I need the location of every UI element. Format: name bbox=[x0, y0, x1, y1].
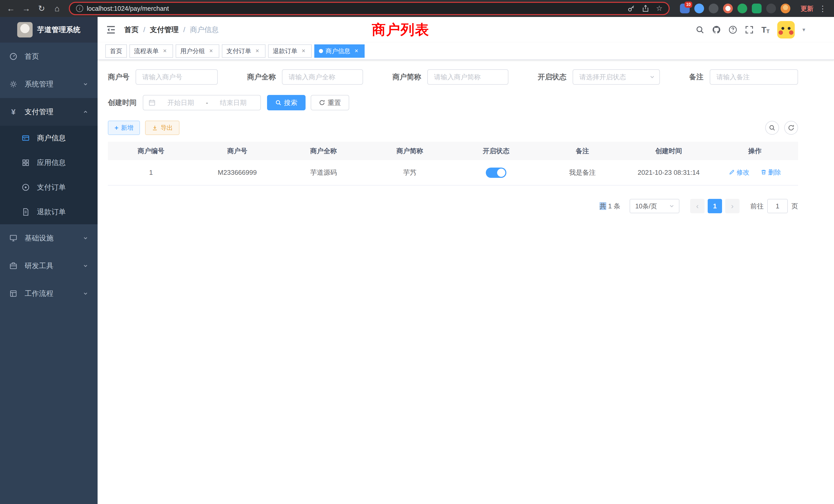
delete-button[interactable]: 删除 bbox=[761, 168, 781, 177]
prev-page-button[interactable]: ‹ bbox=[690, 199, 705, 213]
col-short-name: 商户简称 bbox=[367, 142, 453, 160]
extension-drop-icon[interactable] bbox=[694, 4, 704, 13]
page-number-button[interactable]: 1 bbox=[708, 199, 722, 213]
share-icon[interactable] bbox=[642, 5, 650, 12]
user-avatar[interactable] bbox=[777, 21, 795, 39]
browser-home-icon[interactable]: ⌂ bbox=[50, 2, 64, 15]
browser-reload-icon[interactable]: ↻ bbox=[35, 2, 48, 15]
page-content: 商户号 商户全称 商户简称 开启状态 请选择开启状态 bbox=[97, 60, 834, 504]
create-time-range-picker[interactable]: 开始日期 - 结束日期 bbox=[143, 95, 261, 110]
status-select[interactable]: 请选择开启状态 bbox=[573, 69, 660, 85]
sidebar-item-workflow[interactable]: 工作流程 bbox=[0, 280, 97, 307]
field-label: 商户号 bbox=[108, 72, 129, 82]
sidebar-item-pay-order[interactable]: 支付订单 bbox=[0, 175, 97, 200]
search-button[interactable]: 搜索 bbox=[267, 95, 306, 110]
tab-user-group[interactable]: 用户分组 × bbox=[176, 44, 219, 58]
select-placeholder: 请选择开启状态 bbox=[579, 73, 649, 82]
app-title: 芋道管理系统 bbox=[37, 25, 80, 35]
refresh-table-button[interactable] bbox=[784, 121, 798, 135]
search-form-row-1: 商户号 商户全称 商户简称 开启状态 请选择开启状态 bbox=[108, 69, 798, 85]
bookmark-star-icon[interactable]: ☆ bbox=[656, 5, 662, 12]
password-key-icon[interactable] bbox=[627, 5, 635, 12]
merchant-full-name-input[interactable] bbox=[282, 69, 363, 85]
browser-update-button[interactable]: 更新 bbox=[800, 4, 813, 13]
sidebar-item-merchant-info[interactable]: 商户信息 bbox=[0, 126, 97, 151]
close-icon[interactable]: × bbox=[300, 47, 307, 55]
sidebar-item-home[interactable]: 首页 bbox=[0, 43, 97, 70]
extension-green-icon[interactable] bbox=[738, 4, 747, 13]
extension-note-icon[interactable] bbox=[752, 4, 762, 13]
page-size-value: 10条/页 bbox=[635, 202, 668, 210]
page-unit-label: 页 bbox=[791, 202, 798, 211]
caret-down-icon[interactable]: ▾ bbox=[803, 26, 805, 33]
tab-refund-order[interactable]: 退款订单 × bbox=[268, 44, 312, 58]
trash-icon bbox=[761, 169, 767, 175]
sidebar-item-refund-order[interactable]: 退款订单 bbox=[0, 200, 97, 224]
calendar-icon bbox=[148, 99, 156, 106]
hamburger-icon[interactable] bbox=[106, 25, 116, 35]
search-form-row-2: 创建时间 开始日期 - 结束日期 搜索 重置 bbox=[108, 95, 798, 110]
help-icon[interactable] bbox=[728, 25, 737, 34]
breadcrumb-home[interactable]: 首页 bbox=[124, 25, 139, 35]
add-button[interactable]: + 新增 bbox=[108, 121, 140, 135]
browser-back-icon[interactable]: ← bbox=[4, 2, 18, 15]
tab-home[interactable]: 首页 bbox=[105, 44, 127, 58]
col-actions: 操作 bbox=[712, 142, 798, 160]
sidebar: 芋道管理系统 首页 系统管理 ¥ 支付管理 商户信息 应用信息 bbox=[0, 17, 97, 504]
font-size-icon[interactable]: TT bbox=[761, 26, 770, 34]
fullscreen-icon[interactable] bbox=[745, 25, 754, 34]
browser-forward-icon[interactable]: → bbox=[20, 2, 33, 15]
end-date-placeholder: 结束日期 bbox=[211, 98, 255, 107]
site-info-icon[interactable]: i bbox=[76, 5, 83, 12]
extension-puzzle-icon[interactable]: 10 bbox=[680, 4, 690, 13]
tab-pay-order[interactable]: 支付订单 × bbox=[222, 44, 265, 58]
chevron-down-icon bbox=[83, 263, 88, 269]
field-label: 备注 bbox=[689, 72, 704, 82]
monitor-icon bbox=[9, 234, 18, 242]
tab-process-form[interactable]: 流程表单 × bbox=[129, 44, 173, 58]
edit-button[interactable]: 修改 bbox=[729, 168, 749, 177]
field-remark: 备注 bbox=[689, 69, 798, 85]
table-header-row: 商户编号 商户号 商户全称 商户简称 开启状态 备注 创建时间 操作 bbox=[108, 142, 798, 160]
pagination-goto: 前往 页 bbox=[750, 199, 798, 213]
layout-icon bbox=[9, 290, 18, 298]
tab-merchant-info[interactable]: 商户信息 × bbox=[314, 44, 365, 58]
status-toggle[interactable] bbox=[486, 167, 506, 178]
extension-ring-icon[interactable] bbox=[723, 4, 733, 13]
sidebar-item-dev-tools[interactable]: 研发工具 bbox=[0, 252, 97, 280]
extension-pin-icon[interactable] bbox=[766, 4, 776, 13]
range-separator: - bbox=[206, 99, 208, 107]
app-logo[interactable]: 芋道管理系统 bbox=[0, 17, 97, 43]
merchant-short-name-input[interactable] bbox=[427, 69, 508, 85]
col-merchant-no: 商户号 bbox=[194, 142, 280, 160]
sidebar-item-infrastructure[interactable]: 基础设施 bbox=[0, 224, 97, 252]
sidebar-item-app-info[interactable]: 应用信息 bbox=[0, 151, 97, 175]
sidebar-item-payment[interactable]: ¥ 支付管理 bbox=[0, 98, 97, 126]
goto-label: 前往 bbox=[750, 202, 764, 211]
reset-button[interactable]: 重置 bbox=[311, 95, 349, 110]
field-merchant-full-name: 商户全称 bbox=[247, 69, 363, 85]
close-icon[interactable]: × bbox=[161, 47, 169, 55]
table-row: 1 M233666999 芋道源码 芋艿 我是备注 2021-10-23 08:… bbox=[108, 160, 798, 185]
remark-input[interactable] bbox=[710, 69, 798, 85]
page-size-select[interactable]: 10条/页 bbox=[630, 199, 679, 213]
merchant-no-input[interactable] bbox=[136, 69, 218, 85]
browser-menu-icon[interactable]: ⋮ bbox=[818, 4, 827, 13]
tab-label: 退款订单 bbox=[273, 47, 297, 55]
github-icon[interactable] bbox=[712, 25, 721, 34]
payment-submenu: 商户信息 应用信息 支付订单 退款订单 bbox=[0, 126, 97, 224]
search-icon[interactable] bbox=[696, 25, 704, 34]
goto-page-input[interactable] bbox=[767, 199, 788, 213]
close-icon[interactable]: × bbox=[353, 47, 360, 55]
export-button[interactable]: 导出 bbox=[145, 121, 179, 135]
sidebar-item-system[interactable]: 系统管理 bbox=[0, 70, 97, 98]
next-page-button[interactable]: › bbox=[725, 199, 740, 213]
close-icon[interactable]: × bbox=[207, 47, 215, 55]
close-icon[interactable]: × bbox=[254, 47, 261, 55]
toggle-search-button[interactable] bbox=[765, 121, 779, 135]
logo-image bbox=[17, 22, 32, 38]
extension-dark-icon[interactable] bbox=[709, 4, 719, 13]
profile-avatar-icon[interactable] bbox=[781, 4, 790, 13]
address-bar[interactable]: i localhost:1024/pay/merchant ☆ bbox=[69, 2, 670, 15]
breadcrumb-payment[interactable]: 支付管理 bbox=[150, 25, 179, 35]
